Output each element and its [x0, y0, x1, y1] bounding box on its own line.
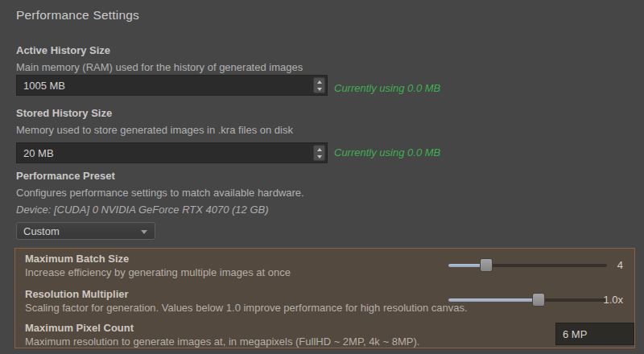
batch-size-value: 4	[583, 259, 623, 272]
performance-preset-dropdown[interactable]: Custom	[16, 222, 155, 240]
stored-history-input[interactable]	[17, 143, 313, 163]
batch-size-description: Increase efficiency by generating multip…	[25, 266, 291, 279]
custom-settings-panel: Maximum Batch Size Increase efficiency b…	[14, 248, 635, 348]
performance-settings-page: Performance Settings Active History Size…	[0, 0, 644, 354]
active-history-spinbox	[16, 75, 328, 96]
active-history-description: Main memory (RAM) used for the history o…	[16, 61, 303, 74]
stored-history-label: Stored History Size	[16, 107, 112, 120]
performance-preset-label: Performance Preset	[16, 170, 115, 183]
slider-handle[interactable]	[532, 293, 545, 307]
arrow-down-icon	[317, 155, 322, 158]
spin-down-button[interactable]	[314, 153, 324, 160]
stored-history-spinbox	[16, 142, 328, 163]
device-info: Device: [CUDA] 0 NVIDIA GeForce RTX 4070…	[16, 204, 269, 216]
active-history-label: Active History Size	[16, 44, 110, 57]
max-pixel-count-input[interactable]	[556, 323, 644, 344]
resolution-multiplier-description: Scaling factor for generation. Values be…	[25, 302, 468, 315]
arrow-down-icon	[317, 88, 322, 91]
active-history-spin-buttons	[313, 77, 325, 93]
spin-up-button[interactable]	[314, 78, 324, 85]
spin-up-button[interactable]	[314, 146, 324, 153]
chevron-down-icon	[141, 230, 147, 234]
arrow-up-icon	[317, 80, 322, 84]
slider-handle[interactable]	[480, 258, 493, 272]
active-history-status: Currently using 0.0 MB	[334, 82, 440, 95]
max-pixel-count-label: Maximum Pixel Count	[25, 322, 134, 335]
max-pixel-count-description: Maximum resolution to generate images at…	[25, 335, 419, 348]
arrow-up-icon	[317, 148, 322, 151]
active-history-input[interactable]	[17, 76, 313, 95]
batch-size-label: Maximum Batch Size	[25, 253, 129, 266]
stored-history-status: Currently using 0.0 MB	[334, 146, 440, 159]
page-title: Performance Settings	[16, 8, 139, 23]
stored-history-spin-buttons	[313, 145, 325, 161]
resolution-multiplier-value: 1.0x	[583, 294, 623, 307]
dropdown-selected-value: Custom	[23, 225, 60, 237]
max-pixel-count-spinbox	[555, 323, 634, 345]
slider-fill	[448, 298, 539, 302]
stored-history-description: Memory used to store generated images in…	[16, 124, 293, 137]
performance-preset-description: Configures performance settings to match…	[16, 187, 304, 200]
resolution-multiplier-label: Resolution Multiplier	[25, 288, 129, 301]
spin-down-button[interactable]	[314, 85, 324, 93]
